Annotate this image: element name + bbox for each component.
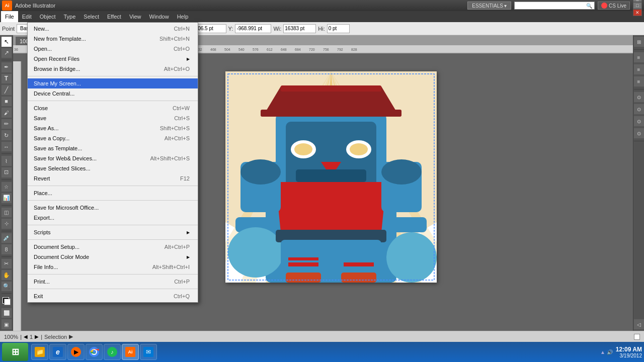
shape-tool[interactable]: ■ [1,96,12,107]
w-input[interactable] [283,24,316,33]
rotate-tool[interactable]: ↻ [1,130,12,141]
free-transform-tool[interactable]: ⊡ [1,167,12,178]
screen-mode-btn[interactable]: ▣ [1,319,12,330]
menu-item-doc-color-mode[interactable]: Document Color Mode ▶ [28,252,198,262]
menu-item-close[interactable]: Close Ctrl+W [28,103,198,113]
mesh-tool[interactable]: ⊹ [1,218,12,229]
essentials-button[interactable]: ESSENTIALS ▾ [467,2,511,10]
svg-rect-65 [344,262,374,266]
taskbar-app-ie[interactable]: e [49,344,66,360]
menu-item-or-arrow: ▶ [187,57,190,61]
taskbar-app-illustrator[interactable]: Ai [122,344,139,360]
taskbar-app-chrome[interactable] [86,344,103,360]
menu-item-export[interactable]: Export... [28,213,198,223]
menu-item-new[interactable]: New... Ctrl+N [28,24,198,34]
menu-item-save[interactable]: Save Ctrl+S [28,113,198,123]
eyedropper-tool[interactable]: 💉 [1,233,12,244]
menu-item-place[interactable]: Place... [28,188,198,198]
menu-item-save-as[interactable]: Save As... Shift+Ctrl+S [28,123,198,133]
menu-help[interactable]: Help [173,11,193,22]
blend-tool[interactable]: 8 [1,244,12,255]
menu-item-device-central[interactable]: Device Central... [28,88,198,99]
left-toolbar: ↖ ↗ ✒ T ╱ ■ 🖌 ✏ ↻ ↔ ⌇ ⊡ ☆ 📊 ◫ ⊹ 💉 8 ✂ ✋ … [0,35,13,331]
maximize-button[interactable]: □ [633,2,642,9]
direct-selection-tool[interactable]: ↗ [1,48,12,59]
menu-item-print-label: Print... [34,279,50,285]
mail-icon: ✉ [143,347,153,357]
menu-item-scripts[interactable]: Scripts ▶ [28,227,198,237]
scissors-tool[interactable]: ✂ [1,258,12,269]
pen-tool[interactable]: ✒ [1,62,12,73]
zoom-tool[interactable]: 🔍 [1,281,12,292]
taskbar-app-mail[interactable]: ✉ [140,344,157,360]
menu-item-save-ms-office[interactable]: Save for Microsoft Office... [28,203,198,213]
symbol-tool[interactable]: ☆ [1,182,12,193]
menu-select[interactable]: Select [79,11,103,22]
h-input[interactable] [327,24,350,33]
spotify-icon: ♪ [107,347,117,357]
svg-text:612: 612 [267,48,273,51]
x-input[interactable] [194,24,226,33]
right-panel-btn-7[interactable]: ⊙ [633,116,645,127]
menu-effect[interactable]: Effect [103,11,125,22]
warp-tool[interactable]: ⌇ [1,155,12,166]
menu-object[interactable]: Object [36,11,60,22]
close-button[interactable]: ✕ [633,9,642,16]
menu-item-open-recent[interactable]: Open Recent Files ▶ [28,54,198,64]
start-button[interactable]: ⊞ [2,343,28,361]
menu-item-save-slices[interactable]: Save Selected Slices... [28,163,198,173]
taskbar-app-spotify[interactable]: ♪ [104,344,121,360]
search-bar[interactable]: 🔍 [514,2,595,10]
menu-item-revert[interactable]: Revert F12 [28,173,198,184]
right-panel-btn-8[interactable]: ⊙ [633,128,645,139]
status-box [634,334,640,340]
menu-item-share-screen[interactable]: Share My Screen... [28,78,198,88]
menu-item-save-web[interactable]: Save for Web& Devices... Alt+Shift+Ctrl+… [28,153,198,163]
gradient-tool[interactable]: ◫ [1,207,12,218]
menu-item-file-info[interactable]: File Info... Alt+Shift+Ctrl+I [28,262,198,272]
cs-live-button[interactable]: CS Live [598,2,630,10]
right-panel-btn-2[interactable]: ≡ [633,52,645,63]
y-input[interactable] [235,24,271,33]
drawing-mode-btn[interactable]: ⬜ [1,308,12,319]
menu-item-open[interactable]: Open... Ctrl+O [28,44,198,54]
menu-edit[interactable]: Edit [18,11,36,22]
menu-window[interactable]: Window [145,11,173,22]
selection-tool[interactable]: ↖ [1,36,12,47]
line-tool[interactable]: ╱ [1,84,12,96]
right-panel-btn-5[interactable]: ⊙ [633,92,645,103]
right-panel-btn-4[interactable]: ≡ [633,76,645,87]
right-panel-btn-1[interactable]: ⊞ [633,36,645,47]
taskbar-app-wmp[interactable]: ▶ [67,344,85,360]
menu-item-browse-bridge[interactable]: Browse in Bridge... Alt+Ctrl+O [28,64,198,74]
right-panel: ⊞ ≡ ≡ ≡ ⊙ ⊙ ⊙ ⊙ ◁ [633,35,644,331]
fill-stroke-control[interactable] [2,296,12,306]
right-panel-collapse-btn[interactable]: ◁ [633,319,645,330]
mirror-tool[interactable]: ↔ [1,141,12,152]
zoom-value: 100% [4,334,18,340]
menu-item-print[interactable]: Print... Ctrl+P [28,277,198,287]
menu-type[interactable]: Type [60,11,80,22]
menu-item-save-template[interactable]: Save as Template... [28,143,198,153]
paintbrush-tool[interactable]: 🖌 [1,107,12,118]
right-panel-btn-6[interactable]: ⊙ [633,104,645,115]
menu-file[interactable]: File [1,11,18,22]
page-next-btn[interactable]: ▶ [35,334,39,339]
search-input[interactable] [517,3,586,9]
graph-tool[interactable]: 📊 [1,193,12,204]
menu-item-save-copy[interactable]: Save a Copy... Alt+Ctrl+S [28,133,198,143]
app-title: Adobe Illustrator [15,3,55,9]
menu-item-ds-shortcut: Alt+Ctrl+P [165,244,190,250]
pencil-tool[interactable]: ✏ [1,119,12,130]
menu-item-new-from-template[interactable]: New from Template... Shift+Ctrl+N [28,34,198,44]
taskbar-app-explorer[interactable]: 📁 [31,344,48,360]
type-tool[interactable]: T [1,73,12,84]
page-prev-btn[interactable]: ◀ [24,334,28,339]
svg-text:828: 828 [351,48,357,51]
menu-item-exit[interactable]: Exit Ctrl+Q [28,291,198,301]
menu-item-bb-label: Browse in Bridge... [34,66,80,72]
hand-tool[interactable]: ✋ [1,269,12,281]
menu-view[interactable]: View [125,11,145,22]
right-panel-btn-3[interactable]: ≡ [633,64,645,75]
menu-item-doc-setup[interactable]: Document Setup... Alt+Ctrl+P [28,242,198,252]
